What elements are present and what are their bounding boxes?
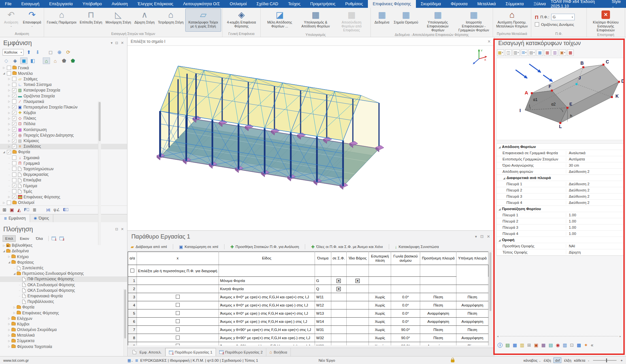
tree-item-πεπερασμένα-στοιχεία-πλακών[interactable]: ▷✓▣Πεπερασμένα Στοιχεία Πλακών: [0, 104, 127, 110]
collapse-icon[interactable]: ◢: [499, 208, 501, 211]
ribbon-tab-σ-μμεικτα[interactable]: Σύμμεικτα: [501, 0, 529, 8]
ribbon-tab-ξ-λινα[interactable]: Ξύλινα: [529, 0, 551, 8]
model-green-icon[interactable]: ⬟: [69, 58, 76, 64]
tree-checkbox[interactable]: ✓: [7, 150, 11, 154]
collapse-icon[interactable]: ◢: [503, 177, 505, 180]
ribbon-button-μέλη-απόδοσης-φορτίων-[interactable]: ◪Μέλη Απόδοσης Φορτίων ...: [262, 8, 298, 33]
tree-item-πλασματικά[interactable]: ▷∕Πλασματικά: [0, 99, 127, 104]
expand-icon[interactable]: ▷: [7, 345, 11, 348]
property-value[interactable]: 1.00: [566, 213, 624, 217]
expand-icon[interactable]: ▷: [7, 123, 11, 125]
tree-item-κτήριο[interactable]: ▷Κτήριο: [0, 254, 127, 259]
pin-icon[interactable]: ⊡: [115, 227, 118, 231]
tree-checkbox[interactable]: [12, 156, 16, 160]
angle-icon[interactable]: ψ∠: [54, 207, 60, 212]
tree-checkbox[interactable]: [12, 167, 16, 171]
collapse-icon[interactable]: ◢: [499, 239, 501, 242]
status-site[interactable]: www.tol.com.gr: [0, 358, 127, 362]
property-row[interactable]: Πλευρά 21.00: [497, 218, 624, 224]
wall-toolbar-icon-9[interactable]: ▦: [567, 49, 574, 56]
zoom-slider[interactable]: [593, 360, 617, 361]
ribbon-button-κλείσιμο-φύλλου-εισαγωγής-επ[interactable]: ✕Κλείσιμο Φύλλου Εισαγωγής Επιφανειών: [588, 8, 624, 33]
ribbon-tab-file[interactable]: File: [0, 0, 16, 8]
tree-item-φορτίσεις[interactable]: ◢Φορτίσεις: [0, 259, 127, 265]
property-row[interactable]: Πλευρά 41.00: [497, 231, 624, 237]
expand-icon[interactable]: ▷: [7, 83, 11, 86]
select-poly-icon[interactable]: ◭: [17, 207, 21, 212]
tree-item-σύμμεικτα[interactable]: ▷Σύμμεικτα: [0, 338, 127, 344]
collapse-icon[interactable]: ◢: [2, 250, 6, 253]
panel-bottom-icon-5[interactable]: ▣: [534, 342, 538, 348]
ribbon-tab-υπ-βαθρο[interactable]: Υπόβαθρο: [77, 0, 107, 8]
tree-checkbox[interactable]: ✓: [12, 195, 16, 199]
display-scope-combo[interactable]: Καθολικ▾: [3, 49, 24, 56]
expand-icon[interactable]: ▷: [7, 128, 11, 131]
checked-box-icon[interactable]: ✕: [355, 279, 360, 283]
property-value[interactable]: Διεύθυνση 2: [566, 170, 624, 174]
wall-toolbar-icon-6[interactable]: ▦: [544, 49, 551, 56]
tree-item-φορτία[interactable]: ▷Φορτία: [0, 305, 127, 310]
ribbon-button-κατακόρυφοι-τοίχοι-με-ή-χωρί[interactable]: ▱Κατακόρυφοι Τοίχοι με ή χωρίς Στέγη: [185, 8, 221, 32]
panel-bottom-icon-8[interactable]: ◉: [556, 342, 560, 348]
tree-checkbox[interactable]: ✓: [12, 144, 16, 149]
select-box-icon[interactable]: ▣: [10, 207, 14, 212]
view-solid-icon[interactable]: ◼: [20, 58, 27, 64]
panel-bottom-icon-3[interactable]: ▥: [520, 342, 524, 348]
tree-checkbox[interactable]: ✓: [12, 127, 16, 132]
dxf-toggle[interactable]: dxf: [553, 357, 561, 363]
tree-item-περιοχές-ελέγχου-διάτρησης[interactable]: ▷✓◎Περιοχές Ελέγχου Διάτρησης: [0, 132, 127, 138]
work-tab-παράθυρο-εργασίας-2[interactable]: 2Παράθυρο Εργασίας 2: [216, 348, 266, 356]
pane-tab-όψεις[interactable]: ◉Όψεις: [30, 214, 53, 222]
table-window-2-icon[interactable]: 2: [59, 237, 64, 240]
load-case-row-3[interactable]: 3Άνεμος x θ=0° με cpe(+) στις F,G,H και …: [128, 293, 488, 301]
panel-bottom-icon-7[interactable]: ▤: [549, 342, 553, 348]
ribbon-tab-μεταλλικ-[interactable]: Μεταλλικά: [472, 0, 501, 8]
property-row[interactable]: Προσθήκη ΟροφήςΝΑΙ: [497, 243, 624, 249]
expand-icon[interactable]: ▷: [2, 201, 6, 204]
expand-icon[interactable]: ▷: [7, 339, 11, 342]
load-case-row-6[interactable]: 6Άνεμος x θ=0° με cpe(-) στις F,G,H και …: [128, 318, 488, 326]
model-loads-icon[interactable]: ⌂: [52, 58, 59, 64]
pane-tab-εμφάνιση[interactable]: ≣Εμφάνιση: [0, 214, 30, 222]
tree-checkbox[interactable]: ✓: [12, 94, 16, 98]
zoom-in-button[interactable]: +: [620, 358, 623, 362]
ribbon-button-μονόριχτη-στέγη[interactable]: ◺Μονόριχτη Στέγη: [104, 8, 133, 32]
zoom-out-button[interactable]: -: [588, 358, 589, 362]
expand-icon[interactable]: ▷: [12, 306, 16, 309]
dimension-icon[interactable]: |d|: [46, 208, 50, 212]
property-row[interactable]: Όριο Αναγνώρισης30 cm: [497, 162, 624, 169]
load-case-row-7[interactable]: 7Άνεμος y θ=90° με cpe(+) στις F,G,H και…: [128, 326, 488, 334]
move-up-icon[interactable]: ⬆: [25, 49, 32, 56]
tree-item-στάθμες[interactable]: ▷▱Στάθμες: [0, 76, 127, 82]
collapse-icon[interactable]: ◢: [12, 272, 16, 275]
view-hidden-icon[interactable]: ◈: [11, 58, 19, 64]
tree-item-κατακόρυφα-στοιχεία[interactable]: ▷✓▨Κατακόρυφα Στοιχεία: [0, 88, 127, 93]
panel-bottom-icon-10[interactable]: ⊡: [570, 342, 574, 348]
property-row[interactable]: Απόδοση φορτιώνΔιεύθυνση 2: [497, 169, 624, 175]
tree-item-οκλ-συνδυασμοί-φόρτισης[interactable]: –ΟΚΛ Συνδυασμοί Φόρτισης: [0, 288, 127, 293]
grid-toggle[interactable]: κάναβος ⌄: [523, 358, 541, 362]
expand-icon[interactable]: ▷: [12, 311, 16, 314]
tree-item-κόμβοι[interactable]: ▷Κόμβοι: [0, 321, 127, 327]
work-toolbar-0[interactable]: ▰Διάβασμα από xml: [131, 244, 167, 249]
nav-filter-εικον[interactable]: Εικον: [17, 235, 32, 242]
panel-bottom-icon-11[interactable]: ▩: [577, 342, 581, 348]
tree-item-συνδέσεις[interactable]: ▷✓≡Συνδέσεις: [0, 144, 127, 149]
tree-checkbox[interactable]: [12, 173, 16, 177]
select-plus-icon[interactable]: ⊞: [3, 207, 7, 212]
layers-icon[interactable]: ≣: [135, 358, 139, 363]
work-toolbar-4[interactable]: ↓Κατακόρυφη Συνιστώσα: [395, 244, 439, 249]
property-row[interactable]: Πλευρά 2Διεύθυνση 2: [497, 187, 624, 193]
load-case-row-1[interactable]: 1Μόνιμα ΦορτίαG✕✕: [128, 277, 488, 285]
ribbon-tab-αν-λυση[interactable]: Ανάλυση: [107, 0, 133, 8]
nav-filter-επιλ[interactable]: Επιλ: [3, 235, 16, 242]
property-value[interactable]: Δίριχτη: [566, 250, 624, 254]
property-row[interactable]: Πλευρά 11.00: [497, 212, 624, 218]
display-tree-scrollbar[interactable]: [98, 101, 101, 245]
load-case-row-4[interactable]: 4Άνεμος x θ=0° με cpe(+) στις F,G,H και …: [128, 301, 488, 309]
wall-toolbar-icon-7[interactable]: ▥: [552, 49, 558, 56]
tree-item-φέρουσα-τοιχοποιία[interactable]: ▷Φέρουσα Τοιχοποιία: [0, 344, 127, 349]
pin-icon[interactable]: ⊡: [480, 234, 484, 239]
expand-icon[interactable]: ▷: [2, 244, 6, 247]
panel-bottom-icon-12[interactable]: ✦: [584, 342, 588, 348]
